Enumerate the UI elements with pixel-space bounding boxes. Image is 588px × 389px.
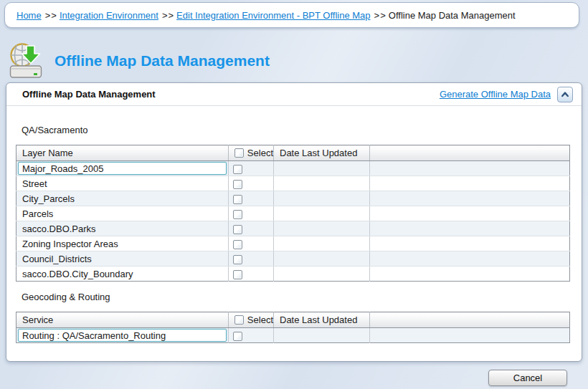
- date-last-updated-cell: [274, 161, 370, 176]
- table-row: sacco.DBO.City_Boundary: [16, 266, 570, 282]
- empty-cell: [370, 266, 570, 282]
- column-header-empty: [370, 145, 570, 161]
- table-row: Major_Roads_2005: [16, 161, 570, 176]
- column-header-date-last-updated: Date Last Updated: [274, 312, 370, 328]
- date-last-updated-cell: [274, 206, 370, 221]
- column-header-empty: [370, 312, 570, 328]
- breadcrumb-separator: >>: [162, 10, 174, 21]
- breadcrumb-item: >> Integration Environment: [42, 10, 158, 21]
- row-select-checkbox[interactable]: [233, 195, 242, 204]
- cancel-button[interactable]: Cancel: [488, 370, 567, 386]
- breadcrumb-item: >> Edit Integration Environment - BPT Of…: [158, 10, 371, 21]
- empty-cell: [370, 251, 570, 266]
- date-last-updated-cell: [274, 191, 370, 206]
- date-last-updated-cell: [274, 251, 370, 266]
- breadcrumb-link[interactable]: Home: [16, 10, 42, 21]
- layer-name-cell[interactable]: sacco.DBO.City_Boundary: [18, 267, 227, 280]
- breadcrumb-item: >> Offline Map Data Management: [371, 10, 516, 21]
- layer-name-cell[interactable]: Zoning Inspector Areas: [18, 237, 227, 250]
- date-last-updated-cell: [274, 176, 370, 191]
- empty-cell: [370, 328, 570, 343]
- row-select-checkbox[interactable]: [233, 255, 242, 264]
- row-select-checkbox[interactable]: [233, 180, 242, 189]
- page-title-row: Offline Map Data Management: [7, 41, 270, 81]
- empty-cell: [370, 176, 570, 191]
- page-title: Offline Map Data Management: [54, 52, 270, 69]
- row-select-checkbox[interactable]: [233, 332, 242, 341]
- date-last-updated-cell: [274, 236, 370, 251]
- breadcrumb-link[interactable]: Integration Environment: [60, 10, 158, 21]
- breadcrumb-separator: >>: [374, 10, 387, 21]
- empty-cell: [370, 191, 570, 206]
- offline-map-panel: Offline Map Data Management Generate Off…: [6, 82, 582, 362]
- service-name-cell[interactable]: Routing : QA/Sacramento_Routing: [18, 329, 227, 342]
- empty-cell: [370, 206, 570, 221]
- table-row: sacco.DBO.Parks: [16, 221, 570, 236]
- table-row: Street: [16, 176, 570, 191]
- layer-name-cell[interactable]: Council_Districts: [18, 252, 227, 265]
- section-label-geocoding-routing: Geocoding & Routing: [22, 292, 582, 303]
- column-header-service: Service: [16, 312, 229, 328]
- empty-cell: [370, 221, 570, 236]
- select-all-checkbox[interactable]: [234, 148, 244, 158]
- layer-name-cell[interactable]: City_Parcels: [18, 192, 227, 205]
- chevron-up-icon: [561, 91, 569, 97]
- layer-name-cell[interactable]: Parcels: [18, 207, 227, 220]
- table-row: City_Parcels: [16, 191, 570, 206]
- date-last-updated-cell: [274, 221, 370, 236]
- collapse-button[interactable]: [557, 87, 573, 102]
- breadcrumb-separator: >>: [45, 10, 57, 21]
- column-header-select: Select: [229, 145, 274, 161]
- table-row: Routing : QA/Sacramento_Routing: [16, 328, 570, 343]
- column-header-date-last-updated: Date Last Updated: [274, 145, 370, 161]
- layers-table: Layer Name Select Date Last Updated Majo…: [16, 145, 570, 282]
- section-label-qa-sacramento: QA/Sacramento: [22, 125, 582, 136]
- row-select-checkbox[interactable]: [233, 240, 242, 249]
- panel-header: Offline Map Data Management Generate Off…: [6, 83, 582, 106]
- globe-download-drive-icon: [7, 42, 46, 80]
- breadcrumb: >> Home >> Integration Environment >> Ed…: [4, 2, 579, 28]
- layer-name-cell[interactable]: Major_Roads_2005: [18, 162, 227, 175]
- panel-title: Offline Map Data Management: [22, 89, 440, 100]
- column-header-select: Select: [229, 312, 274, 328]
- date-last-updated-cell: [274, 266, 370, 282]
- row-select-checkbox[interactable]: [233, 165, 242, 174]
- layer-name-cell[interactable]: Street: [18, 177, 227, 190]
- row-select-checkbox[interactable]: [233, 270, 242, 279]
- row-select-checkbox[interactable]: [233, 210, 242, 219]
- select-all-checkbox[interactable]: [234, 315, 244, 325]
- breadcrumb-item: >> Home: [16, 10, 42, 21]
- table-row: Council_Districts: [16, 251, 570, 266]
- table-header-row: Service Select Date Last Updated: [16, 312, 570, 328]
- generate-offline-map-data-link[interactable]: Generate Offline Map Data: [440, 89, 551, 100]
- table-row: Zoning Inspector Areas: [16, 236, 570, 251]
- empty-cell: [370, 161, 570, 176]
- date-last-updated-cell: [274, 328, 370, 343]
- table-header-row: Layer Name Select Date Last Updated: [16, 145, 570, 161]
- empty-cell: [370, 236, 570, 251]
- layer-name-cell[interactable]: sacco.DBO.Parks: [18, 222, 227, 235]
- breadcrumb-link: Offline Map Data Management: [389, 10, 516, 21]
- services-table: Service Select Date Last Updated Routing…: [16, 312, 570, 343]
- breadcrumb-link[interactable]: Edit Integration Environment - BPT Offli…: [176, 10, 371, 21]
- table-row: Parcels: [16, 206, 570, 221]
- row-select-checkbox[interactable]: [233, 225, 242, 234]
- column-header-layer-name: Layer Name: [16, 145, 229, 161]
